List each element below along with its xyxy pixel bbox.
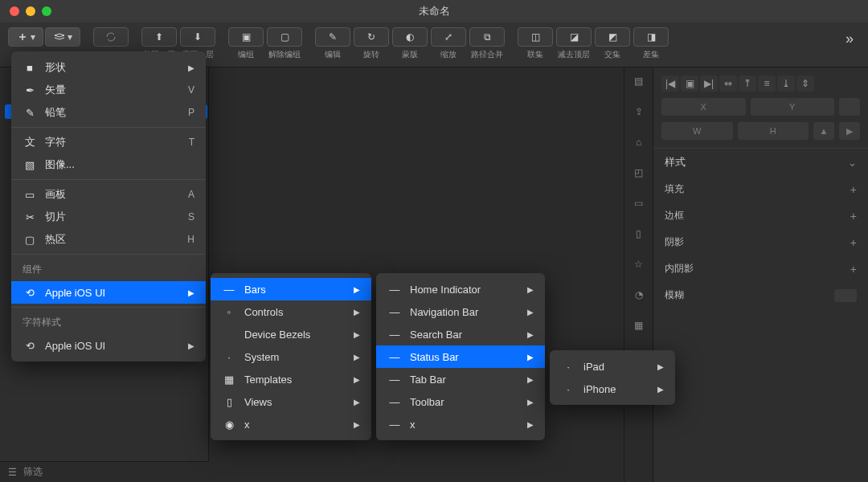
w-input[interactable]: W xyxy=(661,122,733,140)
square-icon: ■ xyxy=(23,62,37,74)
hotspot-icon: ▢ xyxy=(23,234,37,246)
fill-section[interactable]: 填充+ xyxy=(653,176,868,202)
send-backward-button[interactable]: ⬇ xyxy=(180,27,215,47)
flip-h-button[interactable]: ▲ xyxy=(813,122,834,140)
toolbar-overflow-button[interactable]: » xyxy=(839,27,860,51)
submenu-ios-ui: —Bars▶ ◦Controls▶ Device Bezels▶ ·System… xyxy=(211,273,371,440)
panel-icon[interactable]: ▯ xyxy=(632,227,646,241)
menu-item-text[interactable]: 文字符T xyxy=(11,131,206,153)
ungroup-button[interactable]: ▢ xyxy=(267,27,302,47)
align-center-v-button[interactable]: ≡ xyxy=(758,76,776,92)
menu-separator xyxy=(11,254,206,255)
insert-menu: ■形状▶ ✒矢量V ✎铅笔P 文字符T ▧图像... ▭画板A ✂切片S ▢热区… xyxy=(11,51,206,362)
add-shadow-button[interactable]: + xyxy=(850,236,857,249)
submenu-item-bars[interactable]: —Bars▶ xyxy=(211,278,371,300)
submenu-item-navigation-bar[interactable]: —Navigation Bar▶ xyxy=(376,300,545,323)
submenu-item-home-indicator[interactable]: —Home Indicator▶ xyxy=(376,278,545,300)
inspector-panel: |◀ ▣ ▶| ⇔ ⤒ ≡ ⤓ ⇕ X Y W H ▲ ▶ 样式 ⌄ 填充+ 边… xyxy=(653,67,868,482)
submenu-item-status-bar[interactable]: —Status Bar▶ xyxy=(376,345,545,368)
flip-v-button[interactable]: ▶ xyxy=(839,122,860,140)
rotate-button[interactable]: ↻ xyxy=(354,27,389,47)
slice-icon: ✂ xyxy=(23,211,37,223)
menu-item-image[interactable]: ▧图像... xyxy=(11,153,206,176)
x-input[interactable]: X xyxy=(661,98,746,116)
submenu-item-tab-bar[interactable]: —Tab Bar▶ xyxy=(376,368,545,390)
menu-separator xyxy=(11,127,206,128)
scale-button[interactable]: ⤢ xyxy=(431,27,466,47)
submenu-item-x[interactable]: ◉x▶ xyxy=(211,413,371,435)
submenu-item-device-bezels[interactable]: Device Bezels▶ xyxy=(211,323,371,345)
border-section[interactable]: 边框+ xyxy=(653,202,868,229)
bookmark-icon[interactable]: ▤ xyxy=(632,74,646,88)
blur-toggle[interactable] xyxy=(834,289,857,302)
add-fill-button[interactable]: + xyxy=(850,183,857,196)
menu-item-apple-ios-ui[interactable]: ⟲Apple iOS UI▶ xyxy=(11,281,206,304)
touch-icon: ◉ xyxy=(222,419,236,431)
layers-button[interactable]: ▾ xyxy=(45,27,80,47)
submenu-item-templates[interactable]: ▦Templates▶ xyxy=(211,368,371,390)
library-icon[interactable]: ⌂ xyxy=(632,135,646,149)
shadow-section[interactable]: 阴影+ xyxy=(653,229,868,255)
refresh-button[interactable] xyxy=(93,27,129,47)
align-bottom-button[interactable]: ⤓ xyxy=(777,76,795,92)
submenu-item-views[interactable]: ▯Views▶ xyxy=(211,390,371,413)
submenu-item-search-bar[interactable]: —Search Bar▶ xyxy=(376,323,545,345)
submenu-item-toolbar[interactable]: —Toolbar▶ xyxy=(376,390,545,413)
align-left-button[interactable]: |◀ xyxy=(661,76,679,92)
minimize-window-button[interactable] xyxy=(26,6,35,16)
distribute-v-button[interactable]: ⇕ xyxy=(796,76,814,92)
link-icon: ⟲ xyxy=(23,287,37,299)
path-merge-button[interactable]: ⧉ xyxy=(469,27,505,47)
close-window-button[interactable] xyxy=(10,6,19,16)
grid-icon[interactable]: ▦ xyxy=(632,318,646,333)
submenu-item-controls[interactable]: ◦Controls▶ xyxy=(211,300,371,323)
submenu-item-iphone[interactable]: ·iPhone▶ xyxy=(550,378,675,400)
align-center-h-button[interactable]: ▣ xyxy=(681,76,698,92)
subtract-button[interactable]: ◪ xyxy=(556,27,592,47)
distribute-h-button[interactable]: ⇔ xyxy=(719,76,737,92)
export-icon[interactable]: ⇪ xyxy=(632,104,646,119)
submenu-item-ipad[interactable]: ·iPad▶ xyxy=(550,355,675,378)
style-header[interactable]: 样式 ⌄ xyxy=(653,148,868,176)
filter-label[interactable]: 筛选 xyxy=(23,465,43,479)
menu-item-slice[interactable]: ✂切片S xyxy=(11,206,206,228)
titlebar: 未命名 xyxy=(0,0,868,22)
zoom-window-button[interactable] xyxy=(42,6,51,16)
y-input[interactable]: Y xyxy=(751,98,835,116)
filter-bar: ☰ 筛选 xyxy=(0,461,209,482)
menu-item-hotspot[interactable]: ▢热区H xyxy=(11,228,206,251)
bring-forward-button[interactable]: ⬆ xyxy=(141,27,177,47)
submenu-item-x2[interactable]: —x▶ xyxy=(376,413,545,435)
difference-button[interactable]: ◨ xyxy=(633,27,669,47)
group-button[interactable]: ▣ xyxy=(228,27,264,47)
inner-shadow-section[interactable]: 内阴影+ xyxy=(653,255,868,282)
controls-icon: ◦ xyxy=(222,306,236,318)
edit-button[interactable]: ✎ xyxy=(315,27,350,47)
frame-icon[interactable]: ▭ xyxy=(632,196,646,210)
window-controls xyxy=(0,6,51,16)
blur-section[interactable]: 模糊 xyxy=(653,282,868,308)
menu-item-shape[interactable]: ■形状▶ xyxy=(11,56,206,79)
star-icon[interactable]: ☆ xyxy=(632,257,646,272)
filter-icon[interactable]: ☰ xyxy=(8,467,17,478)
mask-button[interactable]: ◐ xyxy=(392,27,428,47)
insert-button[interactable]: ▾ xyxy=(8,27,43,47)
menu-item-vector[interactable]: ✒矢量V xyxy=(11,79,206,101)
intersect-button[interactable]: ◩ xyxy=(595,27,630,47)
lock-input[interactable] xyxy=(839,98,860,116)
add-inner-shadow-button[interactable]: + xyxy=(850,263,857,276)
add-border-button[interactable]: + xyxy=(850,210,857,223)
align-right-button[interactable]: ▶| xyxy=(700,76,718,92)
palette-icon[interactable]: ◔ xyxy=(632,288,646,302)
submenu-status-bar: ·iPad▶ ·iPhone▶ xyxy=(550,350,675,405)
submenu-item-system[interactable]: ·System▶ xyxy=(211,345,371,368)
union-button[interactable]: ◫ xyxy=(518,27,553,47)
align-top-button[interactable]: ⤒ xyxy=(739,76,756,92)
menu-item-text-style[interactable]: ⟲Apple iOS UI▶ xyxy=(11,334,206,357)
h-input[interactable]: H xyxy=(738,122,809,140)
link-icon: ⟲ xyxy=(23,340,37,352)
menu-item-artboard[interactable]: ▭画板A xyxy=(11,183,206,206)
menu-item-pencil[interactable]: ✎铅笔P xyxy=(11,101,206,124)
inbox-icon[interactable]: ◰ xyxy=(632,165,646,180)
pen-icon: ✒ xyxy=(23,84,37,96)
